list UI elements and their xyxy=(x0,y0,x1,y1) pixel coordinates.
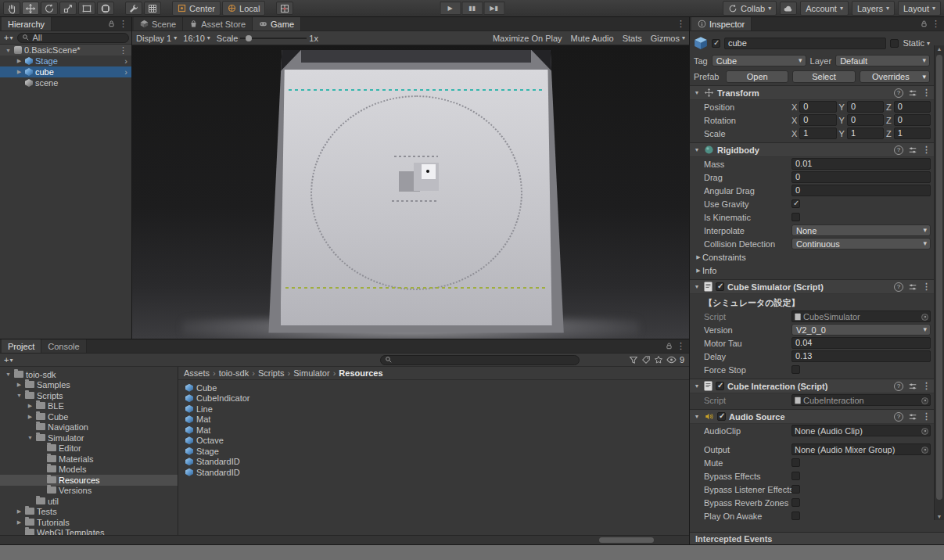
tag-dropdown[interactable]: Cube xyxy=(712,55,806,66)
tab-project[interactable]: Project xyxy=(2,339,41,353)
kebab-menu-icon[interactable]: ⋮ xyxy=(922,282,931,292)
scale-y-field[interactable]: 1 xyxy=(847,127,884,139)
project-file-item[interactable]: Mat xyxy=(178,415,689,425)
project-horizontal-scrollbar[interactable] xyxy=(0,535,689,544)
foldout-icon[interactable]: ▼ xyxy=(693,414,701,419)
project-tree-item[interactable]: util xyxy=(0,496,178,507)
foldout-icon[interactable]: ▶ xyxy=(16,519,23,526)
lock-icon[interactable] xyxy=(108,20,115,28)
project-file-item[interactable]: Stage xyxy=(178,446,689,457)
cube-interaction-header[interactable]: ▼ Cube Interaction (Script) ? ⋮ xyxy=(690,379,934,393)
game-viewport[interactable] xyxy=(132,45,689,339)
kebab-menu-icon[interactable]: ⋮ xyxy=(119,19,127,29)
scale-slider-thumb[interactable] xyxy=(246,35,252,41)
tab-hierarchy[interactable]: Hierarchy xyxy=(2,17,52,31)
rotation-local-button[interactable]: Local xyxy=(222,1,265,16)
foldout-icon[interactable]: ▶ xyxy=(695,267,702,274)
create-asset-button[interactable]: + ▾ xyxy=(2,355,14,364)
kebab-menu-icon[interactable]: ⋮ xyxy=(922,381,931,391)
tab-scene[interactable]: Scene xyxy=(134,17,183,31)
component-enabled-checkbox[interactable] xyxy=(717,412,726,421)
script-object-field[interactable]: CubeSimulator xyxy=(791,311,931,322)
foldout-icon[interactable]: ▼ xyxy=(27,435,34,440)
audioclip-object-field[interactable]: None (Audio Clip) xyxy=(791,425,931,436)
rotate-tool-button[interactable] xyxy=(41,2,58,15)
kebab-menu-icon[interactable]: ⋮ xyxy=(922,145,931,155)
foldout-icon[interactable]: ▶ xyxy=(27,414,34,420)
display-dropdown[interactable]: Display 1 ▾ xyxy=(136,34,177,43)
drag-field[interactable]: 0 xyxy=(791,171,931,183)
component-enabled-checkbox[interactable] xyxy=(716,282,724,291)
grid-snap-button[interactable] xyxy=(276,2,293,15)
pan-tool-button[interactable] xyxy=(3,2,20,15)
bypass-listener-effects-checkbox[interactable] xyxy=(791,485,800,494)
rigidbody-header[interactable]: ▼ Rigidbody ? ⋮ xyxy=(690,142,934,157)
scrollbar-thumb[interactable] xyxy=(936,55,942,500)
version-dropdown[interactable]: V2_0_0 xyxy=(791,324,931,336)
tab-asset-store[interactable]: Asset Store xyxy=(183,17,253,31)
project-file-item[interactable]: CubeIndicator xyxy=(178,393,689,404)
object-picker-icon[interactable] xyxy=(921,397,928,404)
editor-tools-button[interactable] xyxy=(144,2,161,15)
project-file-item[interactable]: Mat xyxy=(178,425,689,436)
search-by-type-icon[interactable] xyxy=(629,355,638,364)
maximize-on-play-toggle[interactable]: Maximize On Play xyxy=(493,34,562,43)
transform-header[interactable]: ▼ Transform ? ⋮ xyxy=(690,85,934,100)
is-kinematic-checkbox[interactable] xyxy=(791,213,800,221)
rotation-y-field[interactable]: 0 xyxy=(847,114,884,126)
delay-field[interactable]: 0.13 xyxy=(791,350,931,362)
hidden-items-eye-icon[interactable] xyxy=(666,356,677,364)
kebab-menu-icon[interactable]: ⋮ xyxy=(922,88,931,98)
play-on-awake-checkbox[interactable] xyxy=(791,512,800,520)
project-tree-item[interactable]: Editor xyxy=(0,443,178,454)
layer-dropdown[interactable]: Default xyxy=(835,55,930,66)
foldout-icon[interactable]: ▼ xyxy=(693,147,701,153)
project-file-item[interactable]: Cube xyxy=(178,382,689,393)
foldout-icon[interactable]: ▼ xyxy=(16,393,23,398)
collab-dropdown[interactable]: Collab ▾ xyxy=(723,1,777,16)
presets-icon[interactable] xyxy=(908,382,917,391)
presets-icon[interactable] xyxy=(908,88,917,98)
project-file-item[interactable]: Line xyxy=(178,404,689,415)
audio-source-header[interactable]: ▼ Audio Source ? ⋮ xyxy=(690,409,934,424)
rotation-z-field[interactable]: 0 xyxy=(894,114,931,126)
project-tree-item[interactable]: Versions xyxy=(0,486,178,497)
help-icon[interactable]: ? xyxy=(894,412,903,422)
hierarchy-item[interactable]: scene xyxy=(0,77,131,88)
project-tree-item[interactable]: Navigation xyxy=(0,422,178,433)
project-tree-item[interactable]: ▼ Scripts xyxy=(0,390,178,401)
hierarchy-item[interactable]: ▼ 0.BasicScene* ⋮ xyxy=(0,45,131,56)
active-checkbox[interactable] xyxy=(712,39,720,48)
gameobject-name-field[interactable] xyxy=(724,38,886,49)
row-action-icon[interactable]: › xyxy=(124,56,131,66)
collision-detection-dropdown[interactable]: Continuous xyxy=(791,238,931,249)
angular-drag-field[interactable]: 0 xyxy=(791,185,931,196)
use-gravity-checkbox[interactable] xyxy=(791,199,800,208)
component-enabled-checkbox[interactable] xyxy=(716,382,724,390)
foldout-icon[interactable]: ▶ xyxy=(16,508,23,515)
mute-checkbox[interactable] xyxy=(791,458,800,467)
object-picker-icon[interactable] xyxy=(921,428,928,435)
foldout-icon[interactable]: ▼ xyxy=(693,90,701,95)
mass-field[interactable]: 0.01 xyxy=(791,158,931,170)
output-object-field[interactable]: None (Audio Mixer Group) xyxy=(791,443,931,455)
project-file-item[interactable]: StandardID xyxy=(178,457,689,468)
breadcrumb-item[interactable]: Simulator › xyxy=(293,368,339,378)
project-tree-item[interactable]: ▶ BLE xyxy=(0,401,178,412)
info-foldout[interactable]: ▶Info xyxy=(690,264,934,277)
mute-audio-toggle[interactable]: Mute Audio xyxy=(571,34,614,43)
static-checkbox[interactable] xyxy=(890,39,899,48)
motor-tau-field[interactable]: 0.04 xyxy=(791,337,931,349)
object-picker-icon[interactable] xyxy=(921,314,928,321)
constraints-foldout[interactable]: ▶Constraints xyxy=(690,250,934,264)
foldout-icon[interactable]: ▼ xyxy=(5,372,12,377)
gizmos-dropdown[interactable]: Gizmos ▾ xyxy=(651,34,685,43)
help-icon[interactable]: ? xyxy=(894,145,903,155)
foldout-icon[interactable]: ▶ xyxy=(16,69,23,75)
intercepted-events-header[interactable]: Intercepted Events xyxy=(690,532,944,544)
aspect-ratio-dropdown[interactable]: 16:10 ▾ xyxy=(183,34,210,43)
help-icon[interactable]: ? xyxy=(894,88,903,98)
kebab-menu-icon[interactable]: ⋮ xyxy=(922,411,931,422)
hierarchy-search-input[interactable]: All xyxy=(17,33,129,43)
project-file-item[interactable]: Octave xyxy=(178,436,689,447)
